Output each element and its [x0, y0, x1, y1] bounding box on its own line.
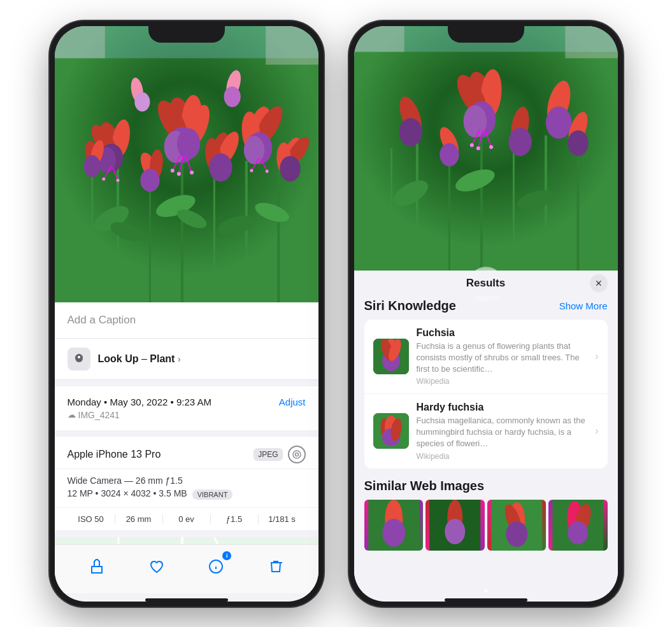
- results-header: Results ✕: [354, 271, 618, 296]
- hardy-desc: Fuchsia magellanica, commonly known as t…: [417, 415, 588, 450]
- svg-point-60: [134, 92, 150, 111]
- svg-point-129: [445, 519, 465, 544]
- svg-point-99: [476, 146, 480, 150]
- camera-section: Apple iPhone 13 Pro JPEG Wide Camera — 2…: [55, 437, 318, 531]
- similar-title: Similar Web Images: [364, 479, 608, 493]
- svg-point-24: [170, 169, 174, 173]
- fuchsia-desc: Fuchsia is a genus of flowering plants t…: [417, 341, 588, 376]
- svg-point-43: [250, 169, 253, 172]
- photo-display-2[interactable]: [354, 26, 618, 271]
- page-indicator: [484, 589, 488, 593]
- svg-point-67: [295, 453, 298, 456]
- siri-knowledge-title: Siri Knowledge: [364, 299, 456, 313]
- map-thumbnail[interactable]: [55, 537, 318, 544]
- share-button[interactable]: [83, 553, 111, 581]
- caption-field[interactable]: Add a Caption: [55, 302, 318, 339]
- similar-img-4[interactable]: [548, 500, 608, 551]
- svg-point-104: [545, 106, 571, 139]
- svg-point-58: [209, 153, 232, 181]
- svg-point-100: [489, 144, 493, 148]
- info-badge: i: [222, 551, 231, 560]
- focal-value: 26 mm: [115, 514, 162, 524]
- svg-rect-68: [55, 537, 318, 544]
- info-panel: Add a Caption Look Up – Plant › Monday •…: [55, 302, 318, 544]
- svg-point-98: [469, 143, 473, 146]
- phone-1: Add a Caption Look Up – Plant › Monday •…: [50, 21, 324, 607]
- fuchsia-text: Fuchsia Fuchsia is a genus of flowering …: [417, 327, 588, 386]
- aperture-value: ƒ1.5: [210, 514, 258, 524]
- camera-type: Wide Camera — 26 mm ƒ1.5: [68, 476, 306, 486]
- similar-img-3[interactable]: [487, 500, 547, 551]
- lookup-row[interactable]: Look Up – Plant ›: [55, 339, 318, 380]
- svg-point-47: [83, 155, 100, 176]
- results-title: Results: [466, 277, 505, 290]
- svg-point-133: [506, 521, 527, 547]
- fuchsia-title: Fuchsia: [417, 327, 588, 339]
- knowledge-item-fuchsia[interactable]: Fuchsia Fuchsia is a genus of flowering …: [364, 320, 608, 395]
- phone-2: Results ✕ Siri Knowledge Show More: [349, 21, 623, 607]
- hardy-source: Wikipedia: [417, 452, 588, 461]
- caption-placeholder: Add a Caption: [68, 314, 136, 326]
- svg-rect-113: [565, 26, 618, 59]
- svg-point-94: [463, 105, 486, 137]
- similar-img-2[interactable]: [425, 500, 485, 551]
- hardy-thumbnail: [373, 413, 409, 449]
- style-badge: VIBRANT: [192, 490, 233, 500]
- delete-button[interactable]: [262, 553, 290, 581]
- svg-rect-64: [55, 26, 105, 58]
- svg-point-34: [102, 177, 105, 180]
- metadata-section: Monday • May 30, 2022 • 9:23 AM Adjust ☁…: [55, 386, 318, 430]
- iso-value: ISO 50: [68, 514, 115, 524]
- photo-display[interactable]: [55, 26, 318, 302]
- svg-point-44: [265, 169, 268, 173]
- exif-row: ISO 50 26 mm 0 ev ƒ1.5 1/181 s: [55, 508, 318, 531]
- close-button[interactable]: ✕: [590, 274, 608, 292]
- home-bar: [145, 598, 228, 602]
- info-button[interactable]: i: [202, 553, 230, 581]
- hardy-title: Hardy fuchsia: [417, 402, 588, 413]
- svg-point-106: [508, 127, 531, 155]
- similar-section: Similar Web Images: [364, 479, 608, 551]
- camera-model: Apple iPhone 13 Pro: [68, 449, 161, 460]
- photo-date: Monday • May 30, 2022 • 9:23 AM: [68, 397, 211, 407]
- home-bar-2: [445, 598, 527, 602]
- format-badge: JPEG: [254, 448, 282, 461]
- similar-img-1[interactable]: [364, 500, 424, 551]
- svg-point-66: [293, 451, 301, 458]
- fuchsia-chevron: ›: [595, 351, 598, 362]
- show-more-button[interactable]: Show More: [559, 300, 608, 311]
- fuchsia-source: Wikipedia: [417, 377, 588, 386]
- like-button[interactable]: [143, 553, 171, 581]
- svg-point-108: [440, 143, 459, 166]
- svg-point-62: [224, 86, 240, 106]
- svg-point-51: [280, 155, 300, 181]
- camera-settings-icon[interactable]: [288, 446, 306, 463]
- similar-images-row: [364, 500, 608, 551]
- knowledge-item-hardy[interactable]: Hardy fuchsia Fuchsia magellanica, commo…: [364, 394, 608, 468]
- hardy-chevron: ›: [595, 425, 598, 437]
- svg-point-35: [116, 178, 119, 181]
- toolbar: i: [55, 544, 318, 593]
- knowledge-card: Fuchsia Fuchsia is a genus of flowering …: [364, 320, 608, 468]
- svg-point-137: [568, 521, 588, 544]
- resolution: 12 MP • 3024 × 4032 • 3.5 MB: [68, 488, 187, 498]
- results-content: Siri Knowledge Show More: [354, 296, 618, 593]
- svg-point-26: [190, 171, 194, 174]
- svg-point-110: [568, 130, 588, 155]
- hardy-text: Hardy fuchsia Fuchsia magellanica, commo…: [417, 402, 588, 461]
- svg-point-126: [382, 519, 405, 547]
- fuchsia-thumbnail: [373, 339, 409, 374]
- svg-rect-112: [354, 26, 404, 52]
- filename: IMG_4241: [78, 410, 120, 420]
- ev-value: 0 ev: [162, 514, 210, 524]
- filename-row: ☁ IMG_4241: [68, 410, 306, 420]
- visual-lookup-icon: [68, 348, 90, 370]
- lookup-label: Look Up – Plant ›: [98, 353, 181, 365]
- svg-point-25: [176, 172, 180, 176]
- adjust-button[interactable]: Adjust: [279, 397, 306, 407]
- svg-point-54: [140, 169, 159, 192]
- shutter-value: 1/181 s: [258, 514, 306, 524]
- svg-point-102: [399, 118, 422, 146]
- results-panel: Results ✕ Siri Knowledge Show More: [354, 271, 618, 593]
- svg-rect-65: [266, 26, 318, 65]
